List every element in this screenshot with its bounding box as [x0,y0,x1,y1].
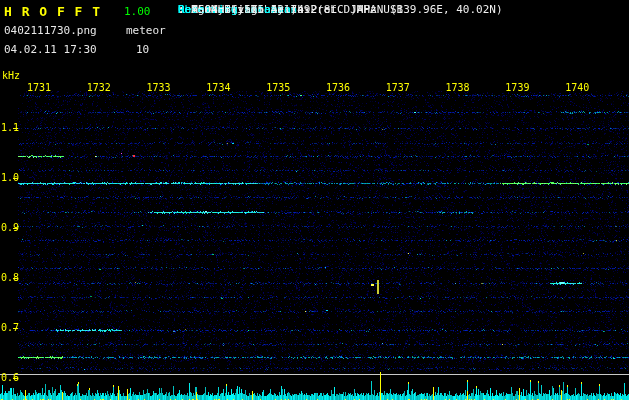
time-tick-label: 1731 [27,82,51,93]
app-title: H R O F F T [4,4,101,19]
time-tick-label: 1734 [206,82,230,93]
time-tick-label: 1737 [386,82,410,93]
frequency-tick-label: 0.7 [1,322,19,333]
mode-label: meteor [126,24,166,37]
meteor-count: 10 [136,43,149,56]
info-value: : A504HB(yagi 4el) [178,4,297,16]
time-tick-label: 1736 [326,82,350,93]
spectrogram-canvas [0,0,629,400]
frequency-tick-label: 0.6 [1,372,19,383]
frequency-tick-label: 1.0 [1,172,19,183]
frequency-tick-label: 0.8 [1,272,19,283]
time-tick-label: 1740 [565,82,589,93]
time-tick-label: 1732 [87,82,111,93]
time-tick-label: 1733 [147,82,171,93]
time-tick-label: 1739 [505,82,529,93]
time-tick-label: 1735 [266,82,290,93]
frequency-unit-label: kHz [2,70,20,81]
hrofft-window: H R O F F T 1.00 0402111730.png meteor 0… [0,0,629,400]
frequency-tick-label: 0.9 [1,222,19,233]
time-tick-label: 1738 [446,82,470,93]
app-version: 1.00 [124,5,151,18]
observation-datetime: 04.02.11 17:30 [4,43,97,56]
output-filename: 0402111730.png [4,24,97,37]
frequency-tick-label: 1.1 [1,122,19,133]
